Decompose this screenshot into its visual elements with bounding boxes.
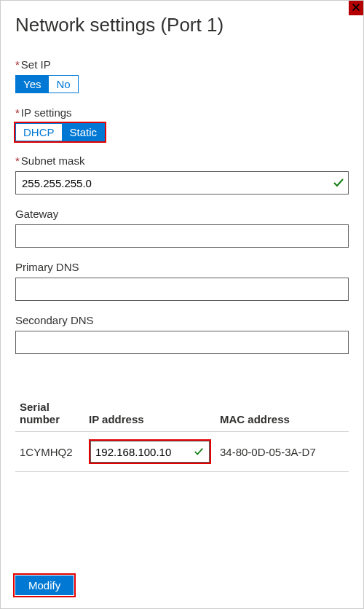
set-ip-no-button[interactable]: No [48,76,77,93]
secondary-dns-field: Secondary DNS [15,314,349,354]
gateway-field: Gateway [15,208,349,248]
gateway-label: Gateway [15,208,349,220]
cell-serial: 1CYMHQ2 [15,432,84,472]
close-icon [351,2,361,15]
subnet-mask-label: *Subnet mask [15,154,349,167]
page-title: Network settings (Port 1) [15,14,349,36]
primary-dns-field: Primary DNS [15,261,349,301]
modify-button[interactable]: Modify [15,575,74,595]
ip-address-input[interactable] [90,441,210,463]
subnet-mask-field: *Subnet mask [15,154,349,195]
set-ip-yes-button[interactable]: Yes [16,76,48,93]
ip-settings-static-button[interactable]: Static [62,124,105,141]
ip-settings-toggle: DHCP Static [15,123,105,141]
col-serial-header: Serial number [15,395,84,432]
set-ip-label: *Set IP [15,58,349,71]
ip-settings-dhcp-button[interactable]: DHCP [16,124,62,141]
secondary-dns-label: Secondary DNS [15,314,349,326]
gateway-input[interactable] [15,224,349,248]
cell-mac: 34-80-0D-05-3A-D7 [215,432,349,472]
primary-dns-input[interactable] [15,278,349,301]
col-mac-header: MAC address [215,395,349,432]
col-ip-header: IP address [84,395,215,432]
nodes-table: Serial number IP address MAC address 1CY… [15,395,349,472]
table-row: 1CYMHQ2 34-80-0D-05-3A-D7 [15,432,349,472]
cell-ip [84,432,215,472]
subnet-mask-input[interactable] [15,171,349,195]
close-button[interactable] [349,1,363,15]
primary-dns-label: Primary DNS [15,261,349,273]
ip-settings-field: *IP settings DHCP Static [15,106,349,141]
set-ip-toggle: Yes No [15,75,79,93]
set-ip-field: *Set IP Yes No [15,58,349,93]
ip-settings-label: *IP settings [15,106,349,119]
secondary-dns-input[interactable] [15,331,349,354]
